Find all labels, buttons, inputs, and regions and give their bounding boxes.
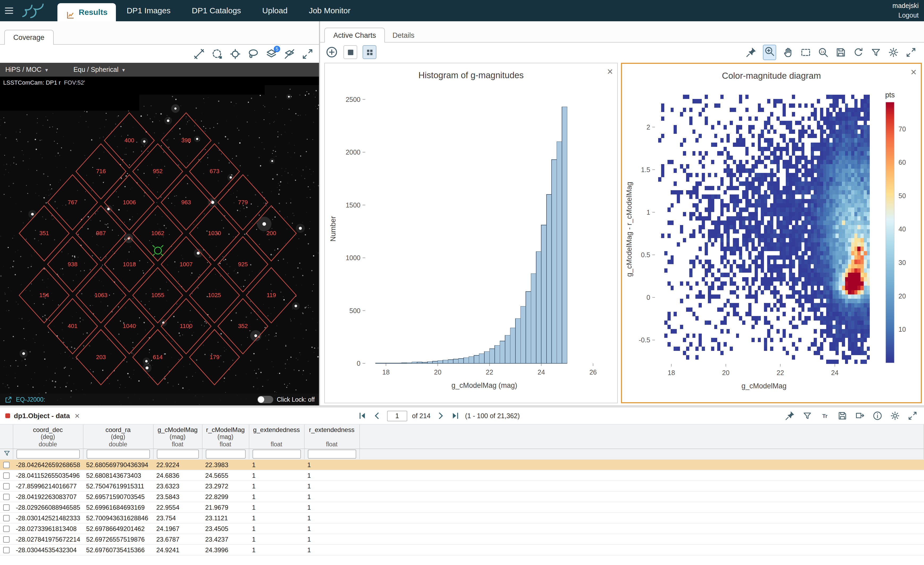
layers-button[interactable]: 5 (265, 48, 278, 60)
single-view-button[interactable] (344, 45, 357, 59)
table-row[interactable]: -28.04264265926865852.68056979043639422.… (0, 460, 924, 470)
table-row[interactable]: -28.0273396181340852.6978664920146224.19… (0, 523, 924, 534)
save-icon[interactable] (837, 411, 848, 421)
prev-page-icon[interactable] (372, 411, 382, 421)
row-checkbox[interactable] (3, 547, 10, 553)
svg-text:352: 352 (238, 323, 248, 329)
column-header-g_cModelMag[interactable]: g_cModelMag(mag)float (153, 425, 202, 449)
table-row[interactable]: -28.03014252148233352.70094363162884623.… (0, 512, 924, 523)
row-checkbox[interactable] (3, 525, 10, 532)
close-icon[interactable]: × (607, 66, 613, 77)
external-link-icon[interactable] (4, 395, 12, 404)
column-header-g_extendedness[interactable]: g_extendednessfloat (249, 425, 304, 449)
save-icon[interactable] (835, 47, 846, 58)
column-filter-input[interactable] (206, 449, 245, 458)
box-select-icon[interactable] (800, 47, 811, 58)
tab-active-charts[interactable]: Active Charts (324, 28, 385, 42)
grid-view-button[interactable] (363, 45, 376, 59)
charts-toolbar: 1x (320, 42, 924, 62)
logout-link[interactable]: Logout (892, 11, 919, 20)
settings-icon[interactable] (888, 47, 899, 58)
text-view-icon[interactable]: Tr (820, 411, 830, 421)
pin-chart-icon[interactable] (785, 411, 795, 421)
svg-text:200: 200 (266, 230, 276, 236)
restore-icon[interactable] (853, 47, 864, 58)
zoom-tool-active[interactable] (763, 44, 776, 60)
histogram-bars[interactable] (376, 107, 567, 364)
toggle-knob (258, 396, 264, 403)
table-splitter[interactable] (0, 406, 924, 407)
table-tab[interactable]: dp1.Object - data × (0, 411, 85, 421)
histogram-chart-card[interactable]: Histogram of g-magnitudes × 050010001500… (324, 63, 618, 403)
last-page-icon[interactable] (450, 411, 460, 421)
cell: 1 (249, 544, 304, 555)
projection-dropdown[interactable]: Equ / Spherical ▾ (74, 66, 125, 74)
settings-icon[interactable] (890, 411, 900, 421)
tab-details[interactable]: Details (385, 28, 422, 42)
column-header-r_extendedness[interactable]: r_extendednessfloat (304, 425, 359, 449)
row-checkbox[interactable] (3, 472, 10, 479)
tools-icon[interactable] (193, 48, 205, 60)
expand-icon[interactable] (905, 47, 916, 58)
row-checkbox[interactable] (3, 536, 10, 542)
nav-tab-dp1-catalogs[interactable]: DP1 Catalogs (181, 0, 252, 21)
table-row[interactable]: -28.04115265503549652.680814367340324.68… (0, 470, 924, 481)
zoom-reset-icon[interactable]: 1x (818, 47, 829, 58)
table-grid[interactable]: coord_dec(deg)doublecoord_ra(deg)doubleg… (0, 425, 924, 565)
info-icon[interactable] (872, 411, 882, 421)
first-page-icon[interactable] (357, 411, 368, 421)
page-number-input[interactable] (387, 410, 407, 421)
table-row[interactable]: -27.8599621401667752.7504761991531123.63… (0, 481, 924, 491)
row-checkbox[interactable] (3, 515, 10, 521)
next-page-icon[interactable] (435, 411, 446, 421)
nav-tab-job-monitor[interactable]: Job Monitor (298, 0, 361, 21)
cmd-plot[interactable]: -0.500.511.5218202224g_cModelMagg_cModel… (622, 87, 921, 402)
filter-icon[interactable] (802, 411, 812, 421)
center-icon[interactable] (229, 48, 242, 60)
add-chart-icon[interactable] (326, 46, 338, 59)
table-title: dp1.Object - data (14, 412, 70, 420)
nav-tab-upload[interactable]: Upload (252, 0, 298, 21)
table-close-button[interactable]: × (75, 411, 80, 421)
pan-icon[interactable] (783, 47, 794, 58)
density-cells[interactable] (658, 95, 870, 364)
sky-image[interactable]: 4003987169526737671006963779351987106210… (0, 77, 319, 406)
column-header-coord_ra[interactable]: coord_ra(deg)double (83, 425, 153, 449)
nav-tab-dp1-images[interactable]: DP1 Images (116, 0, 181, 21)
svg-text:60: 60 (898, 159, 906, 166)
expand-icon[interactable] (908, 411, 918, 421)
histogram-plot[interactable]: 050010001500200025001820222426g_cModelMa… (325, 87, 617, 402)
lasso-icon[interactable] (247, 48, 260, 60)
column-filter-input[interactable] (16, 449, 80, 458)
column-header-r_cModelMag[interactable]: r_cModelMag(mag)float (202, 425, 249, 449)
filter-icon[interactable] (870, 47, 882, 58)
table-row[interactable]: -28.0304453543230452.6976073541536624.92… (0, 544, 924, 555)
cmd-chart-card[interactable]: Color-magnitude diagram × -0.500.511.521… (621, 63, 922, 403)
click-lock-toggle[interactable] (257, 396, 273, 403)
row-checkbox[interactable] (3, 483, 10, 489)
menu-button[interactable] (0, 0, 18, 21)
pin-table-icon[interactable] (855, 411, 865, 421)
column-filter-input[interactable] (252, 449, 301, 458)
table-row[interactable]: -28.02784197567221452.6972655751987623.6… (0, 534, 924, 544)
filter-icon[interactable] (3, 449, 10, 457)
expand-icon[interactable] (302, 48, 314, 60)
cell: 1 (304, 523, 359, 534)
row-checkbox[interactable] (3, 504, 10, 511)
table-row[interactable]: -28.02926608894658552.6996168469316922.9… (0, 502, 924, 512)
layers-off-icon[interactable] (284, 48, 296, 60)
column-header-coord_dec[interactable]: coord_dec(deg)double (13, 425, 83, 449)
pin-icon[interactable] (746, 47, 756, 58)
table-row[interactable]: -28.0419226308370752.6957159070354523.58… (0, 491, 924, 502)
row-checkbox[interactable] (3, 461, 10, 468)
hips-moc-dropdown[interactable]: HiPS / MOC ▾ (5, 66, 48, 74)
column-filter-input[interactable] (308, 449, 356, 458)
column-filter-input[interactable] (157, 449, 199, 458)
nav-tab-results[interactable]: Results (57, 3, 116, 21)
circle-select-icon[interactable] (211, 48, 223, 60)
column-filter-input[interactable] (86, 449, 150, 458)
row-checkbox[interactable] (3, 493, 10, 500)
close-icon[interactable]: × (911, 67, 916, 77)
coverage-sky-view[interactable]: 4003987169526737671006963779351987106210… (0, 77, 319, 406)
tab-coverage[interactable]: Coverage (4, 30, 53, 45)
